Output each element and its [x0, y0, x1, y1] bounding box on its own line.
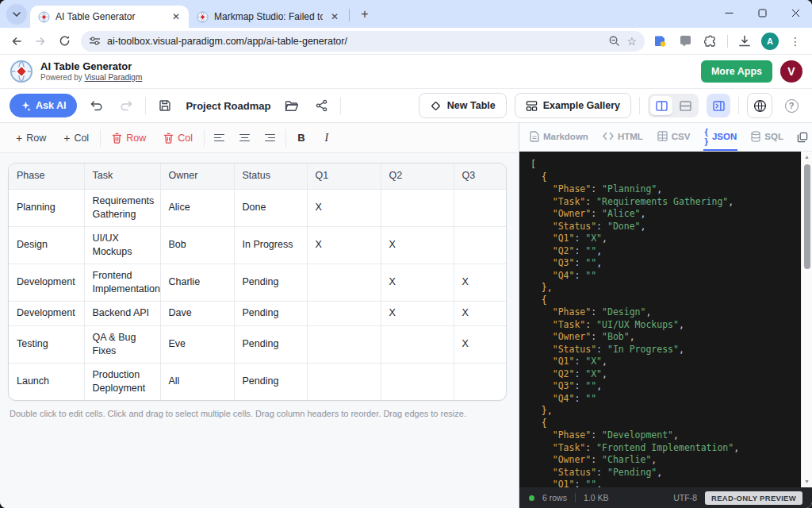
table-cell[interactable]: Development: [9, 301, 84, 325]
copy-icon[interactable]: [797, 132, 808, 143]
table-cell[interactable]: Requirements Gathering: [84, 189, 160, 226]
download-icon[interactable]: [736, 33, 753, 50]
column-header[interactable]: Q2: [381, 164, 454, 189]
browser-tab-active[interactable]: AI Table Generator ✕: [30, 6, 189, 28]
table-cell[interactable]: Charlie: [160, 264, 234, 301]
table-cell[interactable]: [454, 226, 506, 264]
scrollbar-thumb[interactable]: [804, 164, 810, 269]
new-table-button[interactable]: New Table: [419, 93, 507, 118]
tab-json[interactable]: { } JSON: [703, 123, 737, 151]
tab-close-icon[interactable]: ✕: [328, 10, 341, 23]
save-icon[interactable]: [154, 94, 176, 117]
table-cell[interactable]: Backend API: [84, 301, 160, 325]
table-cell[interactable]: [307, 325, 381, 363]
table-cell[interactable]: [381, 189, 454, 226]
extensions-puzzle-icon[interactable]: [702, 33, 719, 50]
column-header[interactable]: Owner: [160, 164, 234, 189]
align-center-icon[interactable]: [235, 128, 255, 148]
forward-button[interactable]: [30, 31, 51, 52]
table-cell[interactable]: X: [381, 301, 454, 325]
help-icon[interactable]: ?: [780, 94, 802, 117]
language-globe-icon[interactable]: [747, 93, 772, 118]
table-cell[interactable]: Launch: [9, 363, 84, 400]
align-left-icon[interactable]: [209, 128, 230, 148]
more-apps-button[interactable]: More Apps: [701, 60, 772, 83]
tab-markdown[interactable]: Markdown: [529, 123, 589, 151]
browser-menu-icon[interactable]: ⋮: [787, 33, 804, 50]
table-cell[interactable]: QA & Bug Fixes: [84, 325, 160, 363]
visual-paradigm-link[interactable]: Visual Paradigm: [85, 73, 143, 82]
browser-tab-inactive[interactable]: Markmap Studio: Failed to ope ✕: [189, 6, 347, 28]
table-cell[interactable]: X: [454, 301, 506, 325]
table-cell[interactable]: Design: [9, 226, 84, 264]
table-cell[interactable]: X: [307, 226, 381, 264]
table-cell[interactable]: Bob: [160, 226, 234, 264]
browser-profile-avatar[interactable]: A: [761, 33, 779, 50]
scroll-up-icon[interactable]: ▲: [804, 152, 810, 163]
url-bar[interactable]: ai-toolbox.visual-paradigm.com/app/ai-ta…: [81, 31, 645, 52]
minimize-button[interactable]: [712, 0, 745, 25]
bookmark-star-icon[interactable]: ☆: [626, 35, 637, 48]
add-row-button[interactable]: +Row: [10, 128, 52, 148]
delete-row-button[interactable]: Row: [105, 128, 152, 148]
table-cell[interactable]: [454, 363, 506, 400]
ask-ai-button[interactable]: Ask AI: [10, 94, 77, 117]
tab-close-icon[interactable]: ✕: [170, 10, 182, 23]
url-text[interactable]: ai-toolbox.visual-paradigm.com/app/ai-ta…: [107, 36, 602, 47]
site-settings-icon[interactable]: [89, 36, 101, 46]
delete-col-button[interactable]: Col: [157, 128, 199, 148]
table-cell[interactable]: X: [454, 325, 506, 363]
column-header[interactable]: Task: [84, 164, 160, 189]
italic-button[interactable]: I: [316, 128, 337, 148]
bold-button[interactable]: B: [291, 128, 312, 148]
table-cell[interactable]: In Progress: [234, 226, 307, 264]
align-right-icon[interactable]: [260, 128, 281, 148]
code-content[interactable]: [ { "Phase": "Planning", "Task": "Requir…: [519, 152, 801, 487]
table-cell[interactable]: Dave: [160, 301, 234, 325]
user-avatar[interactable]: V: [780, 60, 802, 83]
table-cell[interactable]: [381, 363, 454, 400]
lens-extension-icon[interactable]: [651, 33, 668, 50]
table-cell[interactable]: Development: [9, 264, 84, 301]
table-cell[interactable]: Frontend Implementation: [84, 264, 160, 301]
redo-icon[interactable]: [115, 94, 137, 117]
tab-sql[interactable]: SQL: [750, 123, 784, 151]
undo-icon[interactable]: [85, 94, 107, 117]
table-cell[interactable]: All: [160, 363, 234, 400]
column-header[interactable]: Q3: [454, 164, 506, 189]
reload-button[interactable]: [54, 31, 75, 52]
table-cell[interactable]: [307, 264, 381, 301]
table-cell[interactable]: X: [307, 189, 381, 226]
table-cell[interactable]: Production Deployment: [84, 363, 160, 400]
maximize-button[interactable]: [745, 0, 779, 25]
column-header[interactable]: Phase: [9, 164, 84, 189]
tab-html[interactable]: HTML: [602, 123, 644, 151]
column-header[interactable]: Q1: [307, 164, 381, 189]
scroll-down-icon[interactable]: ▼: [804, 476, 810, 487]
tab-search-button[interactable]: [6, 4, 27, 25]
table-cell[interactable]: [307, 301, 381, 325]
add-col-button[interactable]: +Col: [57, 128, 95, 148]
back-button[interactable]: [6, 31, 27, 52]
table-cell[interactable]: Planning: [9, 189, 84, 226]
table-cell[interactable]: Pending: [234, 301, 307, 325]
open-folder-icon[interactable]: [280, 94, 302, 117]
split-horizontal-icon[interactable]: [674, 96, 696, 115]
table-cell[interactable]: X: [454, 264, 506, 301]
table-cell[interactable]: Alice: [160, 189, 234, 226]
toggle-right-panel-icon[interactable]: [707, 94, 730, 117]
table-cell[interactable]: X: [381, 264, 454, 301]
table-cell[interactable]: Pending: [234, 264, 307, 301]
table-cell[interactable]: Eve: [160, 325, 234, 363]
table-cell[interactable]: Testing: [9, 325, 84, 363]
new-tab-button[interactable]: +: [354, 4, 375, 25]
code-scrollbar[interactable]: ▲ ▼: [801, 152, 812, 487]
table-cell[interactable]: X: [381, 226, 454, 264]
split-vertical-icon[interactable]: [650, 96, 672, 115]
notes-extension-icon[interactable]: [676, 33, 694, 50]
column-header[interactable]: Status: [234, 164, 307, 189]
table-cell[interactable]: [307, 363, 381, 400]
table-cell[interactable]: Pending: [234, 363, 307, 400]
table-cell[interactable]: Pending: [234, 325, 307, 363]
example-gallery-button[interactable]: Example Gallery: [515, 93, 631, 118]
